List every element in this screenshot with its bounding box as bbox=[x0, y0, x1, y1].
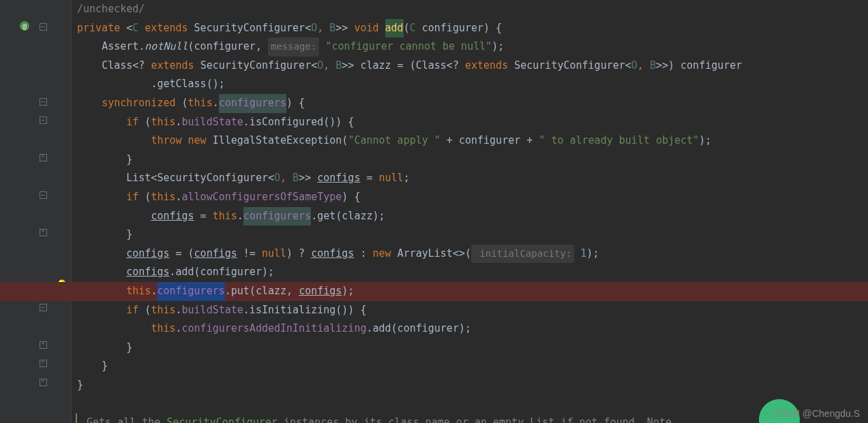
code-text bbox=[77, 263, 126, 282]
code-editor[interactable]: /unchecked/ private <C extends SecurityC… bbox=[72, 0, 868, 423]
code-text: = bbox=[360, 169, 378, 188]
code-text: . bbox=[151, 282, 157, 301]
code-text: new bbox=[373, 245, 398, 264]
code-text: .get(clazz); bbox=[311, 207, 385, 226]
code-text: "configurer cannot be null" bbox=[319, 37, 492, 57]
code-text: ); bbox=[699, 131, 711, 151]
code-text: ) ? bbox=[286, 245, 311, 264]
code-text: B bbox=[335, 57, 342, 76]
code-text: extends bbox=[151, 57, 200, 76]
code-text: O bbox=[274, 169, 280, 188]
code-text: notNull bbox=[145, 37, 188, 57]
fold-end-icon[interactable]: ⌃ bbox=[38, 377, 48, 388]
code-text bbox=[77, 37, 102, 57]
code-text: B bbox=[293, 169, 299, 188]
code-text bbox=[77, 57, 102, 76]
code-text: : bbox=[354, 245, 372, 264]
code-text: this bbox=[188, 94, 213, 113]
code-text: , bbox=[317, 19, 329, 38]
code-text: } bbox=[77, 376, 83, 395]
code-text: C bbox=[132, 19, 138, 38]
code-text: void bbox=[354, 19, 385, 38]
code-text: ); bbox=[492, 37, 504, 57]
code-text: (configurer, bbox=[188, 37, 268, 57]
fold-toggle-icon[interactable]: – bbox=[38, 114, 48, 125]
code-text bbox=[77, 94, 102, 113]
code-text: IllegalStateException( bbox=[213, 131, 348, 151]
code-text: ( bbox=[145, 113, 151, 132]
javadoc-text: Gets all the bbox=[87, 413, 166, 423]
javadoc-text: instances by its class name or an empty … bbox=[278, 413, 672, 423]
inlay-hint: message: bbox=[268, 37, 319, 57]
code-text: configs bbox=[194, 245, 237, 264]
code-text: private bbox=[77, 19, 120, 38]
fold-end-icon[interactable]: ⌃ bbox=[38, 227, 48, 238]
code-text bbox=[77, 113, 126, 132]
code-text bbox=[77, 207, 151, 226]
code-text: this bbox=[213, 207, 237, 226]
code-text: add bbox=[385, 19, 404, 38]
code-text: buildState bbox=[182, 113, 243, 132]
fold-toggle-icon[interactable]: – bbox=[38, 96, 48, 107]
fold-toggle-icon[interactable]: – bbox=[38, 21, 48, 32]
code-text: } bbox=[77, 339, 132, 358]
code-text: configs bbox=[151, 207, 194, 226]
code-text: if bbox=[126, 113, 145, 132]
code-text: ( bbox=[145, 188, 151, 207]
code-text: . bbox=[176, 301, 182, 320]
code-text: O bbox=[317, 57, 323, 76]
code-text: this bbox=[151, 113, 175, 132]
code-text: this bbox=[151, 319, 175, 339]
code-text: SecurityConfigurer< bbox=[200, 57, 318, 76]
code-text: >> clazz = (Class<? bbox=[342, 57, 465, 76]
code-text: >> bbox=[335, 19, 354, 38]
code-text: . bbox=[237, 207, 243, 226]
fold-toggle-icon[interactable]: – bbox=[38, 189, 48, 200]
fold-end-icon[interactable]: ⌃ bbox=[38, 339, 48, 350]
code-text: configurers bbox=[157, 282, 224, 301]
code-text bbox=[77, 282, 126, 301]
code-text: ; bbox=[404, 169, 410, 188]
inlay-hint: initialCapacity: bbox=[471, 245, 574, 264]
code-text: >>) configurer bbox=[656, 57, 742, 76]
code-text: configs bbox=[317, 169, 360, 188]
code-text: , bbox=[638, 57, 650, 76]
code-text: SecurityConfigurer< bbox=[194, 19, 312, 38]
code-text: B bbox=[650, 57, 656, 76]
code-text: null bbox=[379, 169, 404, 188]
code-text: null bbox=[262, 245, 286, 264]
code-text: "Cannot apply " bbox=[348, 131, 440, 151]
editor-gutter: @ ● – – – ⌃ – ⌃ – ⌃ ⌃ ⌃ 💡 bbox=[0, 0, 72, 423]
code-text: configurer) { bbox=[416, 19, 502, 38]
code-text: configs bbox=[311, 245, 354, 264]
code-text: ArrayList<>( bbox=[398, 245, 471, 264]
code-text: } bbox=[77, 151, 132, 170]
code-text: configs bbox=[126, 263, 169, 282]
code-text: } bbox=[77, 225, 132, 245]
code-text bbox=[77, 301, 126, 320]
code-text: allowConfigurersOfSameType bbox=[182, 188, 342, 207]
code-text: Assert. bbox=[102, 37, 145, 57]
code-text: >> bbox=[299, 169, 317, 188]
code-text: , bbox=[323, 57, 335, 76]
fold-end-icon[interactable]: ⌃ bbox=[38, 152, 48, 163]
code-text: extends bbox=[465, 57, 514, 76]
code-text: buildState bbox=[182, 301, 243, 320]
code-text: /unchecked/ bbox=[77, 0, 145, 19]
code-text: configs bbox=[126, 245, 169, 264]
code-text: ( bbox=[404, 19, 410, 38]
code-text: ); bbox=[342, 282, 354, 301]
override-marker-icon[interactable]: @ bbox=[19, 20, 30, 31]
fold-end-icon[interactable]: ⌃ bbox=[38, 358, 48, 369]
code-text: . bbox=[176, 319, 182, 339]
code-text: ); bbox=[586, 245, 599, 264]
code-text: configurers bbox=[219, 94, 286, 113]
fold-toggle-icon[interactable]: – bbox=[38, 302, 48, 313]
code-text: < bbox=[120, 19, 132, 38]
code-text: C bbox=[410, 19, 416, 38]
code-text bbox=[77, 131, 151, 151]
code-text bbox=[77, 245, 126, 264]
code-text: ) { bbox=[342, 188, 360, 207]
code-text: . bbox=[176, 188, 182, 207]
javadoc-link[interactable]: SecurityConfigurer bbox=[166, 413, 278, 423]
